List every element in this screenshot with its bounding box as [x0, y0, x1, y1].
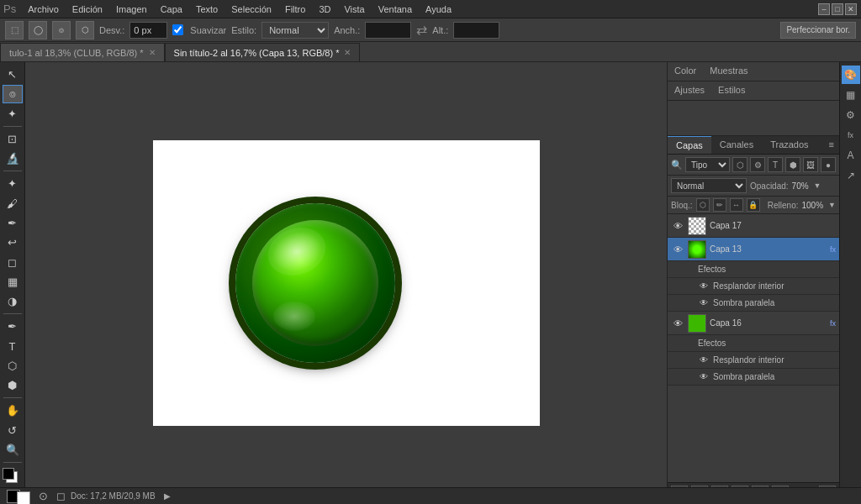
far-icon-color[interactable]: 🎨: [842, 66, 860, 84]
tab-titulo2-label: Sin título-2 al 16,7% (Capa 13, RGB/8) *: [174, 48, 340, 58]
tool-hand[interactable]: ✋: [3, 402, 23, 419]
resplandor-eye-capa13[interactable]: 👁: [698, 281, 710, 292]
tool-move[interactable]: ↖: [3, 66, 23, 83]
layer-sub-resplandor-capa13[interactable]: 👁 Resplandor interior: [668, 278, 839, 295]
tool-path[interactable]: ⬡: [3, 357, 23, 375]
menu-vista[interactable]: Vista: [337, 3, 371, 16]
tool-magic-wand[interactable]: ✦: [3, 105, 23, 123]
tab-titulo2[interactable]: Sin título-2 al 16,7% (Capa 13, RGB/8) *…: [165, 43, 361, 61]
layer-thumb-capa16: [688, 314, 706, 333]
layer-eye-capa13[interactable]: 👁: [671, 243, 684, 256]
layer-sub-sombra-capa13[interactable]: 👁 Sombra paralela: [668, 295, 839, 312]
layers-tab-trazados[interactable]: Trazados: [762, 136, 816, 154]
sombra-eye-capa16[interactable]: 👁: [698, 371, 710, 383]
tab-muestras[interactable]: Muestras: [703, 62, 754, 81]
layer-eye-capa17[interactable]: 👁: [671, 219, 684, 233]
tool-shape[interactable]: ⬢: [3, 376, 23, 394]
resplandor-label-capa16: Resplandor interior: [713, 355, 784, 365]
opacity-arrow-icon[interactable]: ▼: [814, 181, 821, 190]
layers-panel-menu-icon[interactable]: ≡: [824, 136, 839, 154]
alt-input[interactable]: [453, 22, 499, 39]
tool-text[interactable]: T: [3, 337, 23, 354]
far-icon-text[interactable]: A: [842, 146, 860, 165]
tab-titulo1[interactable]: tulo-1 al 18,3% (CLUB, RGB/8) * ✕: [0, 43, 165, 61]
layers-tab-canales[interactable]: Canales: [711, 136, 762, 154]
resplandor-eye-capa16[interactable]: 👁: [698, 354, 710, 366]
sombra-label-capa13: Sombra paralela: [713, 298, 774, 307]
close-button[interactable]: ✕: [845, 3, 857, 15]
tool-history-brush[interactable]: ↩: [3, 234, 23, 251]
anch-input[interactable]: [365, 22, 411, 39]
far-icon-adjust[interactable]: ⚙: [842, 106, 860, 124]
layer-row-capa13[interactable]: 👁 Capa 13 fx: [668, 238, 839, 261]
menu-seleccion[interactable]: Selección: [224, 3, 278, 16]
menu-texto[interactable]: Texto: [189, 3, 224, 16]
layer-row-capa16[interactable]: 👁 Capa 16 fx: [668, 312, 839, 335]
menu-ventana[interactable]: Ventana: [372, 3, 419, 16]
bg-color-status[interactable]: [17, 491, 30, 505]
layer-row-capa17[interactable]: 👁 Capa 17: [668, 214, 839, 238]
sombra-eye-capa13[interactable]: 👁: [698, 297, 710, 309]
layer-thumb-green-fill: [689, 315, 705, 332]
tab-color[interactable]: Color: [668, 62, 703, 81]
far-icon-fx[interactable]: fx: [842, 126, 860, 144]
layer-eye-capa16[interactable]: 👁: [671, 317, 684, 330]
tool-crop[interactable]: ⊡: [3, 130, 23, 148]
menu-filtro[interactable]: Filtro: [278, 3, 312, 16]
layer-filter-text-icon[interactable]: T: [768, 157, 783, 172]
minimize-button[interactable]: –: [818, 3, 830, 15]
maximize-button[interactable]: □: [832, 3, 843, 15]
suavizar-checkbox[interactable]: [172, 24, 183, 35]
layer-sub-sombra-capa16[interactable]: 👁 Sombra paralela: [668, 369, 839, 386]
orb-inner-sphere: [252, 220, 378, 346]
menu-archivo[interactable]: Archivo: [21, 3, 66, 16]
tab-titulo2-close-icon[interactable]: ✕: [344, 48, 351, 57]
desv-input[interactable]: [129, 22, 167, 39]
layer-sub-efectos-capa13: Efectos: [668, 261, 839, 278]
layer-filter-pixel-icon[interactable]: ⬡: [732, 157, 747, 172]
far-icon-grid[interactable]: ▦: [842, 86, 860, 104]
layer-filter-smart-icon[interactable]: 🖼: [803, 157, 818, 172]
tool-rotate-view[interactable]: ↺: [3, 422, 23, 439]
layer-filter-toggle-icon[interactable]: ●: [821, 157, 836, 172]
tool-zoom[interactable]: 🔍: [3, 441, 23, 459]
doc-info: Doc: 17,2 MB/20,9 MB: [71, 491, 156, 501]
layers-blend-row: Normal Opacidad: 70% ▼: [668, 176, 839, 197]
fill-arrow-icon[interactable]: ▼: [828, 201, 836, 209]
estilo-dropdown[interactable]: Normal: [261, 22, 329, 39]
perfeccionar-button[interactable]: Perfeccionar bor.: [780, 22, 856, 39]
menu-ayuda[interactable]: Ayuda: [419, 3, 458, 16]
lock-position-icon[interactable]: ✏: [713, 198, 726, 212]
menu-imagen[interactable]: Imagen: [109, 3, 154, 16]
lock-label: Bloq.:: [671, 201, 693, 210]
layers-tab-capas[interactable]: Capas: [668, 136, 711, 154]
menu-capa[interactable]: Capa: [154, 3, 189, 16]
tab-estilos[interactable]: Estilos: [711, 81, 752, 100]
tab-ajustes[interactable]: Ajustes: [668, 81, 711, 100]
color-swatches[interactable]: [3, 468, 23, 486]
tool-divider-1: [3, 126, 22, 127]
tool-gradient[interactable]: ▦: [3, 273, 23, 291]
lock-pixels-icon[interactable]: ⬡: [696, 198, 710, 212]
tab-titulo1-close-icon[interactable]: ✕: [149, 48, 156, 57]
tool-eyedropper[interactable]: 🔬: [3, 150, 23, 167]
lock-all-icon[interactable]: 🔒: [747, 198, 760, 212]
far-icon-navigate[interactable]: ↗: [842, 166, 860, 185]
layers-filter-dropdown[interactable]: Tipo: [685, 157, 730, 172]
fg-color-swatch[interactable]: [3, 468, 14, 480]
layer-filter-shape-icon[interactable]: ⬢: [785, 157, 800, 172]
blend-mode-dropdown[interactable]: Normal: [671, 178, 747, 193]
layer-filter-adjust-icon[interactable]: ⚙: [750, 157, 765, 172]
tool-clone-stamp[interactable]: ✒: [3, 214, 23, 232]
tool-lasso[interactable]: ⌾: [3, 85, 23, 102]
menu-edicion[interactable]: Edición: [66, 3, 109, 16]
lock-move-icon[interactable]: ↔: [730, 198, 743, 212]
layer-sub-resplandor-capa16[interactable]: 👁 Resplandor interior: [668, 352, 839, 369]
tool-dodge[interactable]: ◑: [3, 292, 23, 310]
doc-info-arrow-icon[interactable]: ▶: [164, 491, 171, 501]
menu-3d[interactable]: 3D: [312, 3, 337, 16]
tool-pen[interactable]: ✒: [3, 318, 23, 335]
tool-eraser[interactable]: ◻: [3, 253, 23, 270]
tool-brush[interactable]: 🖌: [3, 195, 23, 213]
tool-spot-heal[interactable]: ✦: [3, 175, 23, 192]
